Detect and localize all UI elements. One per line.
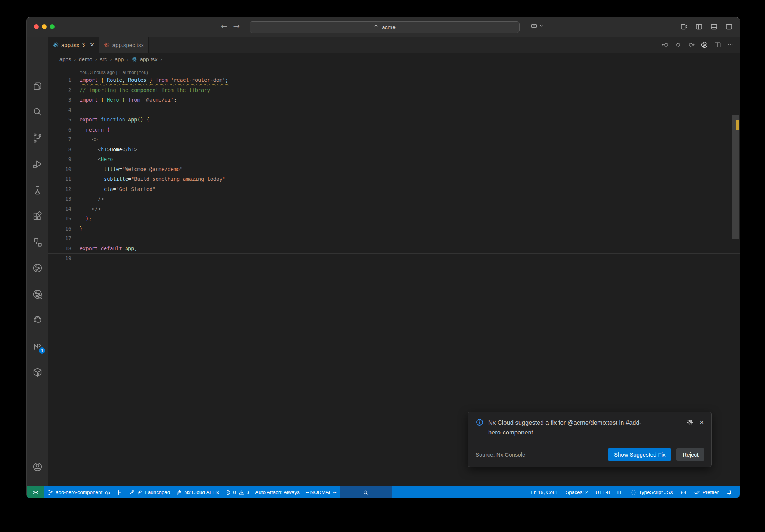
formatter-prettier-label: Prettier xyxy=(702,489,719,495)
code-line-7[interactable]: 7 <> xyxy=(48,134,740,145)
activity-bar: 1 xyxy=(27,37,48,486)
show-suggested-fix-button[interactable]: Show Suggested Fix xyxy=(608,448,672,461)
search-icon xyxy=(32,106,43,117)
code-line-3[interactable]: 3import { Hero } from '@acme/ui'; xyxy=(48,95,740,105)
sidebar-item-run-debug[interactable] xyxy=(27,153,48,175)
commit-graph-item[interactable] xyxy=(114,486,126,498)
breadcrumb-separator: › xyxy=(95,56,97,62)
next-change-icon[interactable] xyxy=(688,41,695,49)
code-text: export function App() { xyxy=(80,115,149,125)
code-line-1[interactable]: 1import { Route, Routes } from 'react-ro… xyxy=(48,75,740,85)
command-center-search[interactable]: acme xyxy=(250,21,520,33)
git-branch[interactable]: add-hero-component xyxy=(44,486,114,498)
line-number: 18 xyxy=(48,244,71,254)
sidebar-item-search[interactable] xyxy=(27,101,48,123)
code-text: <> xyxy=(80,134,98,145)
navigate-back-icon[interactable]: ← xyxy=(221,22,227,31)
remote-indicator[interactable]: >< xyxy=(27,486,44,498)
double-check-icon xyxy=(694,489,700,495)
code-line-14[interactable]: 14 </> xyxy=(48,204,740,214)
code-line-2[interactable]: 2// importing the component from the lib… xyxy=(48,85,740,95)
code-text: return ( xyxy=(80,125,110,135)
vim-mode[interactable]: -- NORMAL -- xyxy=(303,486,340,498)
current-change-icon[interactable] xyxy=(675,41,682,49)
code-line-10[interactable]: 10 title="Welcmoe @acme/demo" xyxy=(48,164,740,174)
tab-app.tsx[interactable]: app.tsx3✕ xyxy=(48,37,99,53)
code-line-11[interactable]: 11 subtitle="Build something amazing tod… xyxy=(48,174,740,184)
toggle-panel-icon[interactable] xyxy=(710,23,718,31)
navigate-forward-icon[interactable]: → xyxy=(233,22,240,31)
code-line-8[interactable]: 8 <h1>Home</h1> xyxy=(48,145,740,155)
zoom-indicator[interactable] xyxy=(340,486,392,498)
breadcrumb-item[interactable]: app xyxy=(115,56,124,62)
code-line-5[interactable]: 5export function App() { xyxy=(48,115,740,125)
warning-icon xyxy=(238,489,244,495)
cursor-position[interactable]: Ln 19, Col 1 xyxy=(528,486,561,498)
problems[interactable]: 03 xyxy=(222,486,252,498)
sidebar-item-nx-project-graph[interactable] xyxy=(27,231,48,253)
copilot-status[interactable] xyxy=(678,486,690,498)
reject-button[interactable]: Reject xyxy=(676,448,704,461)
encoding[interactable]: UTF-8 xyxy=(592,486,613,498)
gitlens-launchpad[interactable]: Launchpad xyxy=(126,486,173,498)
line-number: 17 xyxy=(48,233,71,244)
notification-settings-icon[interactable] xyxy=(686,419,693,426)
more-actions-icon[interactable] xyxy=(727,41,734,49)
zoom-window-button[interactable] xyxy=(50,24,55,29)
code-line-16[interactable]: 16} xyxy=(48,224,740,234)
customize-layout-icon[interactable] xyxy=(680,23,688,31)
breadcrumb-file[interactable]: app.tsx xyxy=(140,56,158,62)
sidebar-item-containers[interactable] xyxy=(27,361,48,383)
code-line-18[interactable]: 18export default App; xyxy=(48,244,740,254)
editor-scrollbar[interactable] xyxy=(732,115,739,239)
close-tab-icon[interactable]: ✕ xyxy=(90,41,95,48)
code-line-17[interactable]: 17 xyxy=(48,233,740,244)
notification-close-icon[interactable]: ✕ xyxy=(699,419,704,426)
language-mode[interactable]: TypeScript JSX xyxy=(628,486,676,498)
code-line-15[interactable]: 15 ); xyxy=(48,214,740,224)
code-line-19[interactable]: 19 xyxy=(48,253,740,263)
sidebar-item-testing[interactable] xyxy=(27,179,48,201)
tab-label: app.tsx xyxy=(61,42,79,48)
code-line-12[interactable]: 12 cta="Get Started" xyxy=(48,184,740,194)
breadcrumb-item[interactable]: src xyxy=(100,56,107,62)
close-window-button[interactable] xyxy=(34,24,39,29)
line-number: 7 xyxy=(48,134,71,145)
commit-graph-button[interactable] xyxy=(701,41,708,49)
formatter-prettier[interactable]: Prettier xyxy=(691,486,722,498)
sidebar-item-nx-console[interactable]: 1 xyxy=(27,335,48,357)
tab-bar: app.tsx3✕app.spec.tsx xyxy=(48,37,740,53)
nx-cloud-ai-fix[interactable]: Nx Cloud AI Fix xyxy=(173,486,222,498)
sidebar-item-gitlens-inspect[interactable] xyxy=(27,283,48,305)
tab-app.spec.tsx[interactable]: app.spec.tsx xyxy=(99,37,149,53)
eol-sequence[interactable]: LF xyxy=(614,486,626,498)
code-text: title="Welcmoe @acme/demo" xyxy=(80,164,183,174)
breadcrumb-separator: › xyxy=(110,56,112,62)
code-line-13[interactable]: 13 /> xyxy=(48,194,740,204)
code-line-4[interactable]: 4 xyxy=(48,105,740,115)
code-line-9[interactable]: 9 <Hero xyxy=(48,154,740,164)
sidebar-item-commit-graph[interactable] xyxy=(27,257,48,279)
accounts-button[interactable] xyxy=(27,456,48,477)
previous-change-icon[interactable] xyxy=(662,41,669,49)
sidebar-item-extensions[interactable] xyxy=(27,205,48,227)
notifications-bell[interactable] xyxy=(723,486,735,498)
code-line-6[interactable]: 6 return ( xyxy=(48,125,740,135)
toggle-sidebar-icon[interactable] xyxy=(695,23,703,31)
line-number: 4 xyxy=(48,105,71,115)
minimize-window-button[interactable] xyxy=(42,24,47,29)
sidebar-item-explorer[interactable] xyxy=(27,75,48,97)
sidebar-item-source-control[interactable] xyxy=(27,127,48,149)
copilot-menu[interactable] xyxy=(530,22,544,30)
split-editor-icon[interactable] xyxy=(714,41,721,49)
breadcrumb-symbol-more[interactable]: … xyxy=(165,56,171,62)
notification-source: Source: Nx Console xyxy=(476,451,608,458)
breadcrumb-item[interactable]: demo xyxy=(79,56,92,62)
nx-cloud-ai-fix-label: Nx Cloud AI Fix xyxy=(184,489,219,495)
sidebar-item-edge-browser[interactable] xyxy=(27,309,48,331)
code-text: subtitle="Build something amazing today" xyxy=(80,174,225,184)
toggle-secondary-sidebar-icon[interactable] xyxy=(725,23,733,31)
indentation[interactable]: Spaces: 2 xyxy=(563,486,591,498)
auto-attach[interactable]: Auto Attach: Always xyxy=(252,486,303,498)
breadcrumb-item[interactable]: apps xyxy=(59,56,71,62)
